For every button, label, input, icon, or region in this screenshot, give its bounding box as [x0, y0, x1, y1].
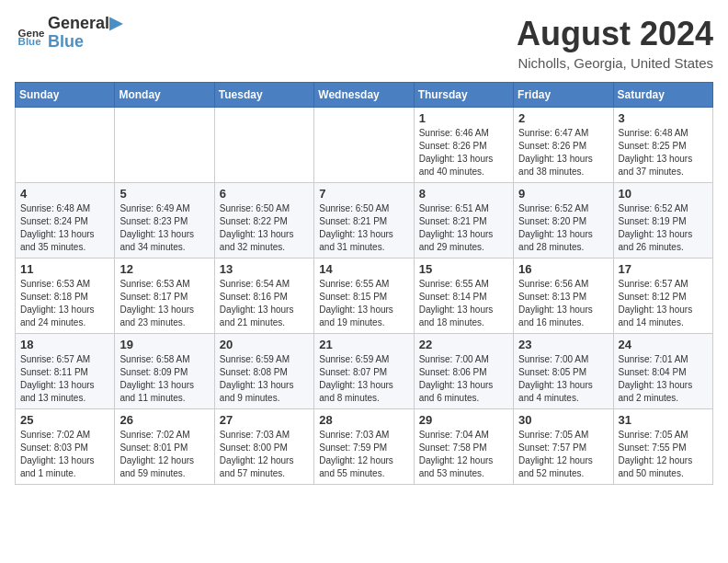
page-header: General Blue General▶ Blue August 2024 N… [15, 15, 713, 71]
day-info: Sunrise: 6:46 AM Sunset: 8:26 PM Dayligh… [419, 127, 508, 178]
weekday-header-saturday: Saturday [613, 83, 712, 108]
calendar-cell: 28Sunrise: 7:03 AM Sunset: 7:59 PM Dayli… [314, 409, 414, 485]
calendar-cell: 20Sunrise: 6:59 AM Sunset: 8:08 PM Dayli… [214, 334, 313, 409]
calendar-week-5: 25Sunrise: 7:02 AM Sunset: 8:03 PM Dayli… [16, 409, 713, 485]
day-number: 28 [319, 413, 408, 427]
day-number: 3 [619, 111, 708, 125]
weekday-header-friday: Friday [514, 83, 613, 108]
calendar-week-3: 11Sunrise: 6:53 AM Sunset: 8:18 PM Dayli… [16, 259, 713, 334]
day-number: 6 [220, 187, 309, 201]
calendar-cell: 18Sunrise: 6:57 AM Sunset: 8:11 PM Dayli… [16, 334, 115, 409]
weekday-header-row: SundayMondayTuesdayWednesdayThursdayFrid… [16, 83, 713, 108]
calendar-cell: 30Sunrise: 7:05 AM Sunset: 7:57 PM Dayli… [514, 409, 613, 485]
calendar-cell: 17Sunrise: 6:57 AM Sunset: 8:12 PM Dayli… [613, 259, 712, 334]
day-info: Sunrise: 6:49 AM Sunset: 8:23 PM Dayligh… [119, 202, 209, 254]
day-number: 24 [619, 338, 708, 351]
day-number: 31 [619, 413, 708, 427]
calendar-cell: 15Sunrise: 6:55 AM Sunset: 8:14 PM Dayli… [414, 259, 513, 334]
day-info: Sunrise: 7:00 AM Sunset: 8:06 PM Dayligh… [419, 353, 508, 405]
calendar-cell: 8Sunrise: 6:51 AM Sunset: 8:21 PM Daylig… [414, 183, 513, 259]
calendar-cell [115, 108, 214, 183]
calendar-week-4: 18Sunrise: 6:57 AM Sunset: 8:11 PM Dayli… [16, 334, 713, 409]
day-info: Sunrise: 6:55 AM Sunset: 8:14 PM Dayligh… [419, 278, 508, 329]
day-number: 7 [319, 187, 408, 201]
day-number: 27 [220, 413, 309, 427]
calendar-cell: 22Sunrise: 7:00 AM Sunset: 8:06 PM Dayli… [414, 334, 513, 409]
day-info: Sunrise: 6:48 AM Sunset: 8:24 PM Dayligh… [20, 202, 109, 254]
day-number: 13 [220, 262, 309, 276]
calendar-cell: 29Sunrise: 7:04 AM Sunset: 7:58 PM Dayli… [414, 409, 513, 485]
day-info: Sunrise: 6:57 AM Sunset: 8:11 PM Dayligh… [20, 353, 109, 405]
day-number: 15 [419, 262, 508, 276]
calendar-cell: 11Sunrise: 6:53 AM Sunset: 8:18 PM Dayli… [16, 259, 115, 334]
day-number: 5 [119, 187, 209, 201]
logo-line1: General▶ [48, 15, 122, 33]
day-info: Sunrise: 6:51 AM Sunset: 8:21 PM Dayligh… [419, 202, 508, 254]
day-info: Sunrise: 6:50 AM Sunset: 8:21 PM Dayligh… [319, 202, 408, 254]
day-info: Sunrise: 6:59 AM Sunset: 8:08 PM Dayligh… [220, 353, 309, 405]
calendar-cell: 21Sunrise: 6:59 AM Sunset: 8:07 PM Dayli… [314, 334, 414, 409]
day-number: 21 [319, 338, 408, 351]
calendar-cell: 2Sunrise: 6:47 AM Sunset: 8:26 PM Daylig… [514, 108, 613, 183]
day-info: Sunrise: 6:50 AM Sunset: 8:22 PM Dayligh… [220, 202, 309, 254]
day-info: Sunrise: 6:55 AM Sunset: 8:15 PM Dayligh… [319, 278, 408, 329]
calendar-cell: 25Sunrise: 7:02 AM Sunset: 8:03 PM Dayli… [16, 409, 115, 485]
calendar-cell: 19Sunrise: 6:58 AM Sunset: 8:09 PM Dayli… [115, 334, 214, 409]
day-number: 10 [619, 187, 708, 201]
day-info: Sunrise: 6:47 AM Sunset: 8:26 PM Dayligh… [518, 127, 608, 178]
calendar-cell: 13Sunrise: 6:54 AM Sunset: 8:16 PM Dayli… [214, 259, 313, 334]
weekday-header-thursday: Thursday [414, 83, 513, 108]
calendar-cell [16, 108, 115, 183]
day-number: 30 [518, 413, 608, 427]
day-info: Sunrise: 7:02 AM Sunset: 8:01 PM Dayligh… [119, 429, 209, 480]
day-info: Sunrise: 7:01 AM Sunset: 8:04 PM Dayligh… [619, 353, 708, 405]
weekday-header-monday: Monday [115, 83, 214, 108]
day-number: 20 [220, 338, 309, 351]
day-info: Sunrise: 6:56 AM Sunset: 8:13 PM Dayligh… [518, 278, 608, 329]
day-number: 11 [20, 262, 109, 276]
calendar-week-1: 1Sunrise: 6:46 AM Sunset: 8:26 PM Daylig… [16, 108, 713, 183]
calendar-cell: 27Sunrise: 7:03 AM Sunset: 8:00 PM Dayli… [214, 409, 313, 485]
day-number: 1 [419, 111, 508, 125]
weekday-header-wednesday: Wednesday [314, 83, 414, 108]
day-number: 2 [518, 111, 608, 125]
calendar-cell [214, 108, 313, 183]
calendar-cell: 14Sunrise: 6:55 AM Sunset: 8:15 PM Dayli… [314, 259, 414, 334]
calendar-cell: 1Sunrise: 6:46 AM Sunset: 8:26 PM Daylig… [414, 108, 513, 183]
day-number: 12 [119, 262, 209, 276]
calendar-week-2: 4Sunrise: 6:48 AM Sunset: 8:24 PM Daylig… [16, 183, 713, 259]
day-info: Sunrise: 7:02 AM Sunset: 8:03 PM Dayligh… [20, 429, 109, 480]
calendar-cell: 16Sunrise: 6:56 AM Sunset: 8:13 PM Dayli… [514, 259, 613, 334]
calendar-cell: 31Sunrise: 7:05 AM Sunset: 7:55 PM Dayli… [613, 409, 712, 485]
calendar-cell: 3Sunrise: 6:48 AM Sunset: 8:25 PM Daylig… [613, 108, 712, 183]
day-number: 16 [518, 262, 608, 276]
calendar-cell [314, 108, 414, 183]
calendar-cell: 24Sunrise: 7:01 AM Sunset: 8:04 PM Dayli… [613, 334, 712, 409]
day-number: 26 [119, 413, 209, 427]
calendar-cell: 26Sunrise: 7:02 AM Sunset: 8:01 PM Dayli… [115, 409, 214, 485]
calendar-table: SundayMondayTuesdayWednesdayThursdayFrid… [15, 82, 713, 485]
day-info: Sunrise: 7:05 AM Sunset: 7:57 PM Dayligh… [518, 429, 608, 480]
svg-text:Blue: Blue [18, 36, 42, 47]
logo-icon: General Blue [15, 18, 44, 48]
day-number: 9 [518, 187, 608, 201]
day-number: 14 [319, 262, 408, 276]
day-info: Sunrise: 7:03 AM Sunset: 7:59 PM Dayligh… [319, 429, 408, 480]
day-info: Sunrise: 6:52 AM Sunset: 8:20 PM Dayligh… [518, 202, 608, 254]
day-number: 22 [419, 338, 508, 351]
day-info: Sunrise: 6:52 AM Sunset: 8:19 PM Dayligh… [619, 202, 708, 254]
day-number: 4 [20, 187, 109, 201]
calendar-cell: 7Sunrise: 6:50 AM Sunset: 8:21 PM Daylig… [314, 183, 414, 259]
day-number: 17 [619, 262, 708, 276]
month-year-title: August 2024 [517, 15, 713, 53]
logo: General Blue General▶ Blue [15, 15, 122, 52]
day-number: 18 [20, 338, 109, 351]
day-info: Sunrise: 6:53 AM Sunset: 8:18 PM Dayligh… [20, 278, 109, 329]
day-number: 29 [419, 413, 508, 427]
day-info: Sunrise: 6:57 AM Sunset: 8:12 PM Dayligh… [619, 278, 708, 329]
day-number: 25 [20, 413, 109, 427]
title-block: August 2024 Nicholls, Georgia, United St… [517, 15, 713, 71]
calendar-cell: 4Sunrise: 6:48 AM Sunset: 8:24 PM Daylig… [16, 183, 115, 259]
logo-line2: Blue [48, 33, 122, 52]
weekday-header-tuesday: Tuesday [214, 83, 313, 108]
